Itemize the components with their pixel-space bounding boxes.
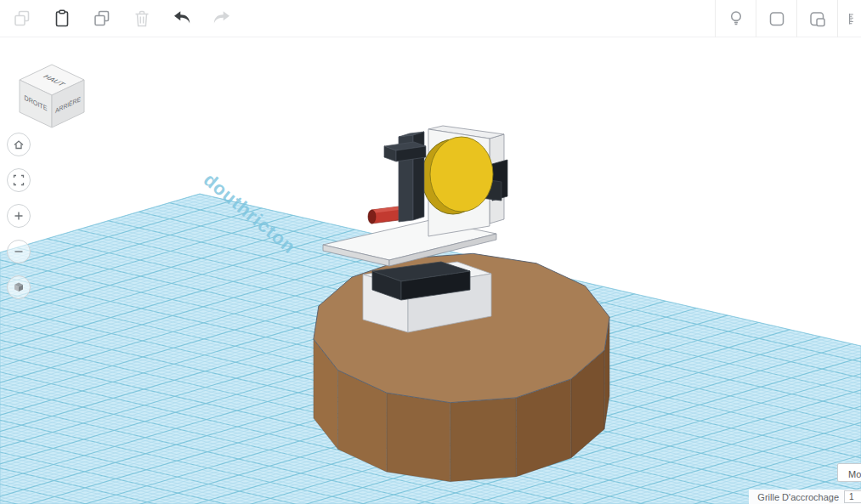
home-button[interactable] [7, 133, 31, 156]
zoom-out-icon [12, 245, 25, 258]
workplane-light-button[interactable] [715, 0, 756, 37]
duplicate-button[interactable] [92, 8, 112, 29]
undo-icon [172, 8, 192, 29]
canvas-3d-viewport[interactable]: douthricton [0, 0, 861, 504]
toolbar-right-group [715, 0, 861, 37]
ruler-button[interactable] [837, 0, 861, 37]
snap-grid-label: Grille D'accrochage [757, 492, 839, 502]
copy-icon [12, 8, 32, 29]
red-cylinder-cap [368, 210, 376, 224]
perspective-icon [12, 280, 25, 294]
paste-icon [52, 8, 72, 29]
undo-button[interactable] [172, 8, 192, 29]
snap-grid-select[interactable]: 1 [844, 490, 861, 503]
toolbar-left-group [0, 0, 232, 37]
workplane-light-icon [726, 8, 746, 29]
paste-button[interactable] [52, 8, 72, 29]
edit-grid-button[interactable]: Mo [837, 463, 861, 482]
fit-view-icon [12, 173, 25, 187]
perspective-toggle-button[interactable] [7, 275, 31, 299]
copy-button[interactable] [12, 8, 32, 29]
top-toolbar [0, 0, 861, 37]
solid-shape-button[interactable] [756, 0, 796, 37]
model-yellow-disk[interactable] [422, 137, 493, 214]
redo-button[interactable] [212, 8, 232, 29]
solid-shape-icon [767, 8, 787, 29]
zoom-out-button[interactable] [7, 240, 31, 263]
fit-view-button[interactable] [7, 168, 31, 192]
hole-shape-icon [807, 8, 828, 29]
duplicate-icon [92, 8, 112, 29]
snap-grid-bar: Grille D'accrochage 1 [749, 490, 861, 504]
view-cube[interactable]: HAUT DROITE ARRIÈRE [5, 49, 99, 143]
zoom-in-icon [12, 209, 25, 223]
hole-shape-button[interactable] [796, 0, 837, 37]
view-nav-column [7, 133, 31, 299]
redo-icon [212, 8, 232, 29]
delete-button[interactable] [132, 8, 152, 29]
home-icon [12, 138, 25, 151]
disk-face [430, 137, 493, 212]
zoom-in-button[interactable] [7, 204, 31, 228]
ruler-icon [847, 8, 861, 29]
delete-icon [132, 8, 152, 29]
